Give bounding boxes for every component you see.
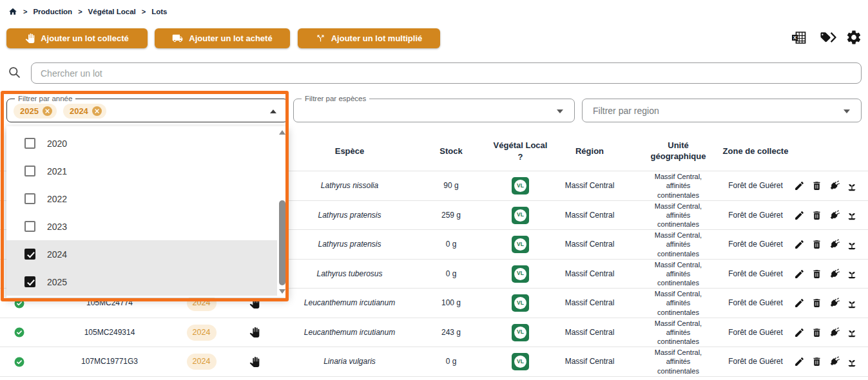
scroll-up-icon[interactable] <box>279 130 285 135</box>
plug-split-icon[interactable] <box>829 269 840 280</box>
collect-zone-value: Forêt de Guéret <box>728 298 783 308</box>
lot-type-cell <box>222 298 287 309</box>
excel-export-icon[interactable]: X <box>791 30 808 48</box>
header-species: Espèce <box>287 146 412 157</box>
plug-split-icon[interactable] <box>829 298 840 309</box>
plug-split-icon[interactable] <box>829 180 840 191</box>
delete-icon[interactable] <box>811 356 822 367</box>
row-actions <box>783 356 868 368</box>
edit-icon[interactable] <box>794 356 805 367</box>
table-row: 105MC249314 2024 Leucanthemum ircutianum… <box>0 318 868 347</box>
hand-icon <box>249 357 260 367</box>
home-icon[interactable] <box>8 7 17 16</box>
scrollbar-thumb[interactable] <box>279 200 285 285</box>
vegetal-local-cell: VL <box>490 353 551 370</box>
delete-icon[interactable] <box>811 327 822 338</box>
species-filter-select[interactable]: Filtrer par espèces <box>293 99 575 122</box>
checkbox[interactable] <box>24 249 35 260</box>
vegetal-local-cell: VL <box>490 324 551 341</box>
year-option-2020[interactable]: 2020 <box>6 129 288 157</box>
checkbox[interactable] <box>24 138 35 149</box>
year-option-2021[interactable]: 2021 <box>6 157 288 185</box>
header-vegetal-local: Végétal Local ? <box>490 140 551 162</box>
year-filter-select[interactable]: Filtrer par année 2025 2024 <box>6 99 288 122</box>
add-multiplied-lot-button[interactable]: Ajouter un lot multiplié <box>298 28 440 48</box>
year-chip-2024: 2024 <box>63 104 106 119</box>
hand-icon <box>249 298 260 309</box>
remove-year-2025-icon[interactable] <box>43 106 52 116</box>
header-geo-unit: Unité géographique <box>628 140 728 162</box>
status-validated-icon <box>14 356 25 368</box>
sow-sprout-icon[interactable] <box>846 327 858 338</box>
checkbox[interactable] <box>24 221 35 232</box>
lots-page: > Production > Végétal Local > Lots Ajou… <box>0 0 868 380</box>
chevron-down-icon[interactable] <box>844 109 850 113</box>
year-option-label: 2022 <box>47 194 67 204</box>
year-option-2025[interactable]: 2025 <box>6 268 288 296</box>
add-purchased-lot-button[interactable]: Ajouter un lot acheté <box>155 28 290 48</box>
scroll-down-icon[interactable] <box>279 289 285 294</box>
breadcrumb-lots[interactable]: Lots <box>151 8 167 15</box>
lot-type-cell <box>222 327 287 337</box>
status-validated-icon <box>14 298 25 309</box>
add-collected-lot-label: Ajouter un lot collecté <box>41 33 129 43</box>
breadcrumb-separator: > <box>78 8 82 15</box>
row-actions <box>783 327 868 338</box>
vegetal-local-badge: VL <box>512 324 529 341</box>
sow-sprout-icon[interactable] <box>846 239 858 251</box>
remove-year-2024-icon[interactable] <box>92 106 102 116</box>
species-name: Lathyrus pratensis <box>287 210 412 220</box>
region-filter-select[interactable]: Filtrer par region <box>582 99 862 122</box>
edit-icon[interactable] <box>794 298 805 309</box>
vegetal-local-cell: VL <box>490 177 551 195</box>
collect-zone-value: Forêt de Guéret <box>728 239 783 249</box>
edit-icon[interactable] <box>794 180 805 191</box>
lot-number: 105MC249314 <box>39 327 180 337</box>
search-input[interactable] <box>31 62 862 84</box>
plug-split-icon[interactable] <box>829 356 840 367</box>
breadcrumb-production[interactable]: Production <box>33 8 72 15</box>
chevron-down-icon[interactable] <box>557 109 563 113</box>
tags-icon[interactable] <box>819 30 836 46</box>
chevron-up-icon[interactable] <box>270 109 276 113</box>
delete-icon[interactable] <box>811 180 822 191</box>
edit-icon[interactable] <box>794 210 805 221</box>
lot-number: 107MC19771G3 <box>39 356 180 366</box>
year-option-2023[interactable]: 2023 <box>6 213 288 240</box>
status-cell <box>0 298 39 309</box>
delete-icon[interactable] <box>811 210 822 221</box>
add-collected-lot-button[interactable]: Ajouter un lot collecté <box>6 28 148 48</box>
delete-icon[interactable] <box>811 239 822 250</box>
edit-icon[interactable] <box>794 269 805 280</box>
species-name: Linaria vulgaris <box>287 356 412 366</box>
delete-icon[interactable] <box>811 269 822 280</box>
sow-sprout-icon[interactable] <box>846 209 858 221</box>
breadcrumb-vegetal-local[interactable]: Végétal Local <box>88 8 136 15</box>
sow-sprout-icon[interactable] <box>846 356 858 368</box>
settings-icon[interactable] <box>845 29 862 48</box>
delete-icon[interactable] <box>811 298 822 309</box>
year-option-label: 2025 <box>47 277 67 287</box>
year-option-2022[interactable]: 2022 <box>6 185 288 213</box>
status-cell <box>0 356 39 368</box>
breadcrumb: > Production > Végétal Local > Lots <box>8 7 167 16</box>
year-badge: 2024 <box>187 325 217 341</box>
checkbox[interactable] <box>24 276 35 287</box>
year-option-2024[interactable]: 2024 <box>6 240 288 268</box>
vegetal-local-badge: VL <box>512 353 529 370</box>
collect-zone-value: Forêt de Guéret <box>728 327 783 337</box>
checkbox[interactable] <box>24 193 35 204</box>
edit-icon[interactable] <box>794 239 805 250</box>
hand-icon <box>25 33 35 43</box>
edit-icon[interactable] <box>794 327 805 338</box>
sow-sprout-icon[interactable] <box>846 298 858 309</box>
vegetal-local-badge: VL <box>512 177 529 195</box>
plug-split-icon[interactable] <box>829 210 840 221</box>
checkbox[interactable] <box>24 166 35 176</box>
sow-sprout-icon[interactable] <box>846 180 858 192</box>
region-value: Massif Central <box>551 180 628 191</box>
plug-split-icon[interactable] <box>829 327 840 338</box>
sow-sprout-icon[interactable] <box>846 268 858 280</box>
plug-split-icon[interactable] <box>829 239 840 250</box>
geo-unit-value: Massif Central, affinités continentales <box>628 202 728 229</box>
